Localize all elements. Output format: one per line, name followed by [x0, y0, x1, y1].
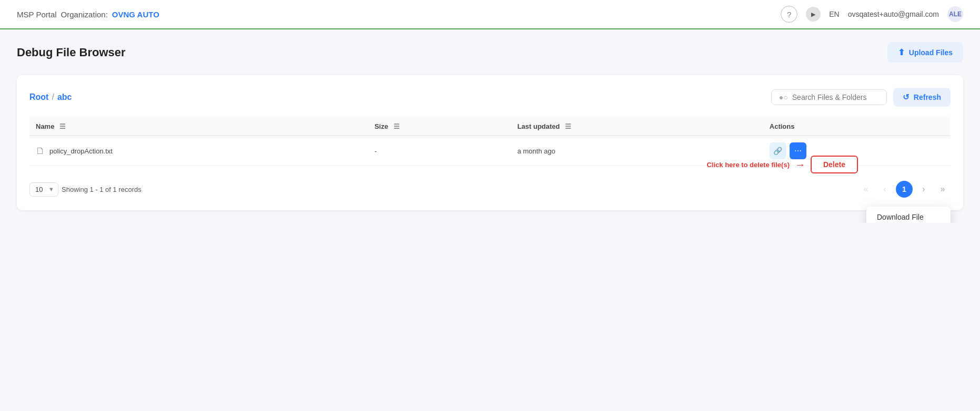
last-page-button[interactable]: »: [935, 181, 951, 197]
delete-annotation: Click here to delete file(s) → Delete: [706, 156, 858, 173]
page-1-button[interactable]: 1: [896, 181, 913, 198]
delete-hint-text[interactable]: Click here to delete file(s): [706, 161, 790, 169]
col-last-updated: Last updated ☰: [511, 117, 763, 136]
help-button[interactable]: ?: [781, 6, 797, 23]
question-icon: ?: [787, 10, 791, 19]
page-header: Debug File Browser ⬆ Upload Files: [17, 42, 963, 63]
org-label: Organization:: [61, 10, 108, 19]
file-name-cell: 🗋 policy_dropAction.txt: [29, 136, 368, 166]
col-name-menu-icon[interactable]: ☰: [59, 122, 66, 130]
header-right: ? ▶ EN ovsqatest+auto@gmail.com ALE: [781, 6, 963, 23]
language-selector[interactable]: EN: [829, 10, 839, 18]
file-name: policy_dropAction.txt: [49, 147, 113, 155]
col-name: Name ☰: [29, 117, 368, 136]
search-box: ●○: [771, 89, 887, 105]
card-top-right: ●○ ↺ Refresh: [771, 88, 951, 107]
avatar[interactable]: ALE: [947, 6, 963, 22]
delete-button[interactable]: Delete: [811, 156, 858, 173]
more-icon: ⋯: [794, 147, 802, 155]
org-value: OVNG AUTO: [112, 10, 159, 19]
user-email: ovsqatest+auto@gmail.com: [848, 10, 939, 18]
refresh-button[interactable]: ↺ Refresh: [893, 88, 951, 107]
arrow-right-icon: →: [795, 159, 805, 171]
refresh-label: Refresh: [914, 93, 941, 101]
link-icon: 🔗: [773, 147, 782, 155]
refresh-icon: ↺: [903, 93, 910, 102]
card-top-bar: Root / abc ●○ ↺ Refresh: [29, 88, 951, 107]
col-size: Size ☰: [368, 117, 511, 136]
col-actions: Actions: [763, 117, 951, 136]
file-icon: 🗋: [36, 146, 45, 157]
prev-page-button[interactable]: ‹: [877, 181, 893, 197]
main-content: Debug File Browser ⬆ Upload Files Root /…: [0, 29, 980, 223]
app-header: MSP Portal Organization: OVNG AUTO ? ▶ E…: [0, 0, 980, 29]
showing-records-text: Showing 1 - 1 of 1 records: [62, 186, 142, 193]
breadcrumb-current[interactable]: abc: [57, 93, 72, 102]
search-input[interactable]: [792, 93, 879, 101]
actions-dropdown-menu: Download File Move to folder: [866, 207, 951, 223]
file-browser-card: Root / abc ●○ ↺ Refresh Name: [17, 75, 963, 210]
card-bottom-bar: 10 20 50 ▼ Showing 1 - 1 of 1 records Cl…: [29, 174, 951, 198]
play-icon: ▶: [811, 11, 815, 18]
file-size-cell: -: [368, 136, 511, 166]
table-header: Name ☰ Size ☰ Last updated ☰ Actions: [29, 117, 951, 136]
breadcrumb-separator: /: [52, 93, 54, 102]
col-size-menu-icon[interactable]: ☰: [393, 122, 400, 130]
brand-label: MSP Portal: [17, 10, 57, 19]
col-updated-menu-icon[interactable]: ☰: [565, 122, 571, 130]
next-page-button[interactable]: ›: [916, 181, 932, 197]
page-size-area: 10 20 50 ▼ Showing 1 - 1 of 1 records: [29, 182, 142, 197]
breadcrumb-root[interactable]: Root: [29, 93, 48, 102]
upload-files-label: Upload Files: [909, 48, 953, 57]
page-title: Debug File Browser: [17, 46, 126, 59]
play-button[interactable]: ▶: [806, 7, 821, 22]
search-icon: ●○: [779, 93, 788, 101]
header-left: MSP Portal Organization: OVNG AUTO: [17, 10, 159, 19]
upload-icon: ⬆: [898, 47, 905, 57]
breadcrumb: Root / abc: [29, 93, 72, 102]
first-page-button[interactable]: «: [858, 181, 874, 197]
page-size-select[interactable]: 10 20 50: [29, 182, 58, 197]
pagination: « ‹ 1 › »: [858, 181, 951, 198]
upload-files-button[interactable]: ⬆ Upload Files: [887, 42, 963, 63]
download-file-item[interactable]: Download File: [866, 207, 951, 223]
page-size-selector[interactable]: 10 20 50 ▼: [29, 182, 58, 197]
